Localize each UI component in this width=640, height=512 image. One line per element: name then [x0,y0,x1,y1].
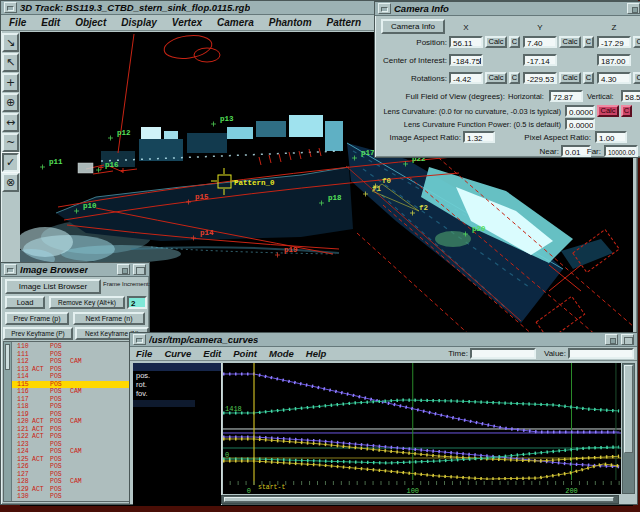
frame-row[interactable]: 116POSCAM [12,388,146,396]
image-aspect-field[interactable]: 1.32 [463,131,495,143]
delete-tool-icon[interactable]: ⊗ [2,173,19,192]
frame-row[interactable]: 128POSCAM [12,478,146,486]
channel-item[interactable] [133,400,195,407]
vertex-label-p12[interactable]: p12 [117,129,131,137]
vertex-label-p18[interactable]: p18 [328,194,342,202]
lens-calc-button[interactable]: Calc [597,105,619,117]
window-menu-icon[interactable] [378,3,391,14]
frame-row[interactable]: 119POS [12,411,146,419]
vertex-label-p19[interactable]: p19 [284,246,298,254]
frame-row[interactable]: 114POS [12,373,146,381]
calc-button[interactable]: Calc [633,36,640,48]
vertex-label-f1[interactable]: f1 [372,185,382,193]
window-menu-icon[interactable] [4,2,17,13]
window-menu-icon[interactable] [4,264,17,275]
calc-button[interactable]: Calc [485,36,507,48]
frame-row[interactable]: 118POS [12,403,146,411]
frame-row[interactable]: 113ACTPOS [12,366,146,374]
frame-increment-field[interactable]: 2 [127,296,147,309]
vertex-label-p13[interactable]: p13 [220,115,234,123]
vertex-label-p17[interactable]: p17 [361,149,375,157]
c-button[interactable]: C [583,36,594,48]
menu-pattern[interactable]: Pattern [327,17,361,28]
calc-button[interactable]: Calc [485,72,507,84]
frame-row[interactable]: 123POS [12,441,146,449]
maximize-icon[interactable] [621,334,634,345]
image-list-browser-button[interactable]: Image List Browser [5,279,101,294]
far-field[interactable]: 10000.00 [604,145,638,157]
menu-object[interactable]: Object [75,17,106,28]
c-button[interactable]: C [509,36,520,48]
vertex-label-p15[interactable]: p15 [195,193,209,201]
menu-vertex[interactable]: Vertex [172,17,202,28]
curve-menu-point[interactable]: Point [233,348,257,359]
frame-row[interactable]: 120ACTPOSCAM [12,418,146,426]
pan-tool-icon[interactable]: ↔ [2,113,19,132]
scrollbar-thumb[interactable] [5,344,10,370]
curve-menu-edit[interactable]: Edit [203,348,221,359]
camera-info-panel-button[interactable]: Camera Info [381,19,445,34]
next-frame-button[interactable]: Next Frame (n) [73,312,145,325]
menu-file[interactable]: File [9,17,26,28]
curve-hscrollbar[interactable] [221,495,619,504]
curve-menu-help[interactable]: Help [306,348,327,359]
curve-menu-mode[interactable]: Mode [269,348,294,359]
remove-key-button[interactable]: Remove Key (Alt+k) [49,296,125,309]
frame-row[interactable]: 126POS [12,463,146,471]
curve-graph[interactable]: start-t010020014180 [223,363,621,494]
frame-row[interactable]: 115POS [12,381,146,389]
prev-frame-button[interactable]: Prev Frame (p) [5,312,69,325]
frame-row[interactable]: 127POS [12,471,146,479]
camera-value-field[interactable]: -184.75 [449,54,483,66]
calc-button[interactable]: Calc [559,72,581,84]
select-arrow-icon[interactable]: ↖ [2,53,19,72]
vertex-label-p11[interactable]: p11 [49,158,63,166]
camera-value-field[interactable]: -4.42 [449,72,483,84]
vertex-label-p10[interactable]: p10 [83,202,97,210]
fov-vertical-field[interactable]: 58.57 [621,90,640,102]
iconify-icon[interactable] [117,264,130,275]
prev-keyframe-button[interactable]: Prev Keyframe (P) [3,327,73,340]
frame-row[interactable]: 129ACTPOS [12,486,146,494]
scrollbar-thumb[interactable] [624,365,633,453]
curve-menu-file[interactable]: File [136,348,152,359]
tangent-tool-icon[interactable]: ✓ [2,153,19,172]
frame-row[interactable]: 121ACTPOS [12,426,146,434]
curve-tool-icon[interactable]: ~ [2,133,19,152]
maximize-icon[interactable] [133,264,146,275]
move-vertex-icon[interactable]: ⊕ [2,93,19,112]
iconify-icon[interactable] [605,334,618,345]
channel-item[interactable]: fov. [133,389,221,398]
time-field[interactable] [470,348,536,359]
frame-row[interactable]: 112POSCAM [12,358,146,366]
camera-value-field[interactable]: 187.00 [597,54,631,66]
menu-edit[interactable]: Edit [41,17,60,28]
menu-camera[interactable]: Camera [217,17,254,28]
camera-value-field[interactable]: -17.14 [523,54,557,66]
frame-row[interactable]: 111POS [12,351,146,359]
vertex-label-p14[interactable]: p14 [200,229,214,237]
lens-power-field[interactable]: 0.0000 [565,118,595,130]
vertex-label-p16[interactable]: p16 [105,161,119,169]
iconify-icon[interactable] [627,3,640,14]
channel-list[interactable]: pos.rot.fov. [133,363,221,505]
menu-phantom[interactable]: Phantom [269,17,312,28]
add-vertex-icon[interactable]: + [2,73,19,92]
frame-row[interactable]: 130POS [12,493,146,501]
camera-value-field[interactable]: -17.29 [597,36,631,48]
track-arrow-icon[interactable]: ↘ [2,33,19,52]
vertex-label-f0[interactable]: f0 [382,177,392,185]
frame-row[interactable]: 122ACTPOS [12,433,146,441]
vertex-label-f2[interactable]: f2 [419,204,429,212]
frame-row[interactable]: 125ACTPOS [12,456,146,464]
lens-curvature-field[interactable]: 0.0000 [565,105,595,117]
fov-horizontal-field[interactable]: 72.87 [549,90,583,102]
c-button[interactable]: C [583,72,594,84]
curve-menu-curve[interactable]: Curve [164,348,191,359]
load-button[interactable]: Load [5,296,45,309]
vertex-label-p20[interactable]: p20 [472,225,486,233]
frame-row[interactable]: 131POS [12,501,146,502]
frame-row[interactable]: 117POS [12,396,146,404]
frame-row[interactable]: 110POS [12,343,146,351]
menu-display[interactable]: Display [121,17,157,28]
